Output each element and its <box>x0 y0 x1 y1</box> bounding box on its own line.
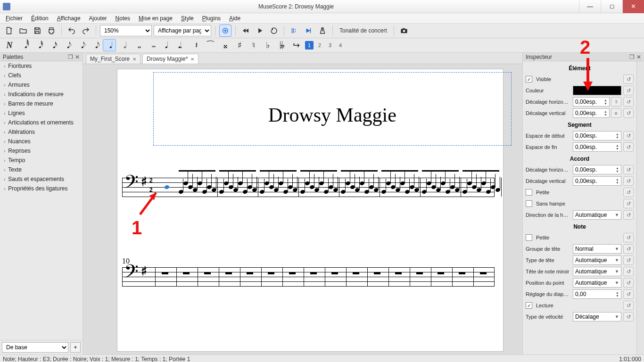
new-file-button[interactable]: + <box>3 25 15 37</box>
reset-button[interactable]: ↺ <box>623 233 634 242</box>
inspector-float-icon[interactable]: ❐ <box>629 54 635 60</box>
menu-aide[interactable]: Aide <box>225 14 244 23</box>
reset-button[interactable]: ↺ <box>623 289 634 299</box>
reset-button[interactable]: ↺ <box>623 244 634 254</box>
menu-style[interactable]: Style <box>177 14 198 23</box>
menu-miseenpage[interactable]: Mise en page <box>135 14 176 23</box>
inspector-scrollbar[interactable] <box>636 61 644 354</box>
score-canvas[interactable]: Drowsy Maggie 𝄢 ♯ 22 <box>83 64 522 354</box>
rewind-button[interactable] <box>239 25 252 37</box>
palette-add-button[interactable]: + <box>70 342 81 353</box>
voice-2[interactable]: 2 <box>315 41 324 49</box>
reset-button[interactable]: ↺ <box>623 97 634 107</box>
small-checkbox[interactable] <box>526 189 532 196</box>
palette-item[interactable]: ›Barres de mesure <box>0 99 83 108</box>
grid-v-button[interactable]: ≡ <box>611 108 621 118</box>
view-mode-select[interactable]: Affichage par page <box>154 25 211 36</box>
duration-whole[interactable]: 𝅝 <box>131 39 144 51</box>
menu-affichage[interactable]: Affichage <box>53 14 84 23</box>
inspector-close-icon[interactable]: ✕ <box>636 54 641 60</box>
velocity-type-select[interactable]: Décalage▼ <box>573 312 621 321</box>
maximize-button[interactable]: ▢ <box>601 0 622 13</box>
grid-h-button[interactable]: ⦀ <box>611 97 621 107</box>
undo-button[interactable] <box>66 25 78 37</box>
close-button[interactable]: ✕ <box>622 0 644 13</box>
menu-notes[interactable]: Notes <box>112 14 134 23</box>
concert-pitch-label[interactable]: Tonalité de concert <box>337 27 390 34</box>
v-offset-spin[interactable]: 0,00esp.▲▼ <box>573 108 610 118</box>
duration-64th[interactable]: 𝅘𝅥𝅱 <box>18 39 31 51</box>
duration-doubledot[interactable]: 𝅘𝅥.. <box>173 39 187 51</box>
palette-item[interactable]: ›Clefs <box>0 71 83 80</box>
reset-button[interactable]: ↺ <box>623 86 634 95</box>
palette-item[interactable]: ›Fioritures <box>0 61 83 71</box>
voice-3[interactable]: 3 <box>326 41 334 49</box>
palette-item[interactable]: ›Altérations <box>0 127 83 137</box>
screenshot-button[interactable] <box>398 25 410 37</box>
reset-button[interactable]: ↺ <box>623 188 634 197</box>
reset-button[interactable]: ↺ <box>623 255 634 265</box>
palettes-close-icon[interactable]: ✕ <box>75 54 80 60</box>
open-file-button[interactable] <box>17 25 29 37</box>
voice-4[interactable]: 4 <box>336 41 345 49</box>
palette-workspace-select[interactable]: De base <box>2 342 68 353</box>
play-button[interactable] <box>254 25 266 37</box>
natural[interactable]: ♮ <box>247 39 260 51</box>
duration-32nd[interactable]: 𝅘𝅥𝅰 <box>32 39 45 51</box>
color-picker[interactable] <box>573 86 621 95</box>
tie-button[interactable]: ⁀ <box>204 39 217 51</box>
menu-edition[interactable]: Édition <box>27 14 52 23</box>
head-group-select[interactable]: Normal▼ <box>573 244 621 254</box>
h-offset-spin[interactable]: 0,00esp.▲▼ <box>573 97 610 107</box>
minimize-button[interactable]: — <box>579 0 601 13</box>
reset-button[interactable]: ↺ <box>623 278 634 288</box>
pan-button[interactable] <box>302 25 314 37</box>
palette-item[interactable]: ›Sauts et espacements <box>0 174 83 184</box>
reset-button[interactable]: ↺ <box>623 108 634 118</box>
selected-note[interactable] <box>164 185 170 190</box>
reset-button[interactable]: ↺ <box>623 267 634 276</box>
palette-item[interactable]: ›Reprises <box>0 146 83 156</box>
stemless-checkbox[interactable] <box>526 200 532 207</box>
tab-myfirstscore[interactable]: My_First_Score✕ <box>86 54 140 64</box>
head-type-select[interactable]: Automatique▼ <box>573 255 621 265</box>
voice-1[interactable]: 1 <box>305 41 314 49</box>
reset-button[interactable]: ↺ <box>623 74 634 84</box>
menu-plugins[interactable]: Plugins <box>198 14 224 23</box>
reset-button[interactable]: ↺ <box>623 176 634 186</box>
chord-v-offset-spin[interactable]: 0,00esp.▲▼ <box>573 176 621 186</box>
palette-item[interactable]: ›Tempo <box>0 156 83 165</box>
reset-button[interactable]: ↺ <box>623 199 634 208</box>
palette-item[interactable]: ›Indications de mesure <box>0 90 83 99</box>
save-button[interactable] <box>31 25 43 37</box>
double-flat[interactable]: 𝄫 <box>275 39 289 51</box>
reset-button[interactable]: ↺ <box>623 131 634 140</box>
title-frame[interactable]: Drowsy Maggie <box>153 72 512 146</box>
leading-space-spin[interactable]: 0,00esp.▲▼ <box>573 131 621 140</box>
duration-breve[interactable]: 𝅜 <box>145 39 158 51</box>
reset-button[interactable]: ↺ <box>623 165 634 174</box>
menu-ajouter[interactable]: Ajouter <box>85 14 111 23</box>
palette-item[interactable]: ›Armures <box>0 80 83 90</box>
duration-quarter[interactable]: 𝅘𝅥 <box>103 39 116 51</box>
stem-direction-select[interactable]: Automatique▼ <box>573 210 621 220</box>
reset-button[interactable]: ↺ <box>623 142 634 152</box>
duration-8th-2[interactable]: 𝅘𝅥𝅮 <box>89 39 102 51</box>
menu-fichier[interactable]: Fichier <box>2 14 26 23</box>
reset-button[interactable]: ↺ <box>623 210 634 220</box>
reset-button[interactable]: ↺ <box>623 312 634 321</box>
palette-item[interactable]: ›Lignes <box>0 108 83 118</box>
palettes-float-icon[interactable]: ❐ <box>68 54 73 60</box>
note-small-checkbox[interactable] <box>526 234 532 241</box>
double-sharp[interactable]: 𝄪 <box>219 39 232 51</box>
mirror-head-select[interactable]: Automatique▼ <box>573 267 621 276</box>
duration-8th[interactable]: 𝅘𝅥𝅮 <box>60 39 74 51</box>
palette-item[interactable]: ›Propriétés des ligatures <box>0 184 83 193</box>
sharp[interactable]: ♯ <box>233 39 246 51</box>
redo-button[interactable] <box>80 25 92 37</box>
note-input-mode-button[interactable]: N <box>3 39 16 51</box>
duration-dot[interactable]: 𝅘𝅥. <box>159 39 173 51</box>
tuning-spin[interactable]: 0,00▲▼ <box>573 289 621 299</box>
chord-h-offset-spin[interactable]: 0,00esp.▲▼ <box>573 165 621 174</box>
dot-position-select[interactable]: Automatique▼ <box>573 278 621 288</box>
